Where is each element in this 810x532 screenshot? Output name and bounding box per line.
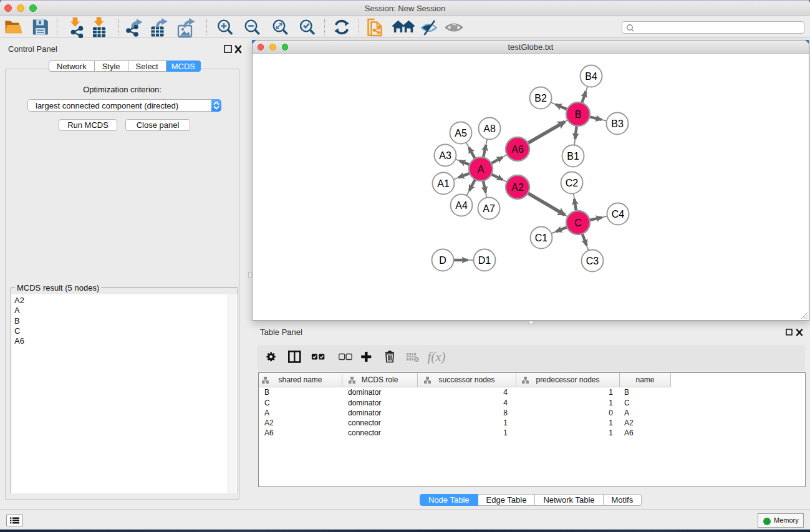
svg-text:A5: A5 [455, 128, 467, 138]
svg-text:D: D [439, 255, 446, 266]
svg-text:B3: B3 [611, 118, 624, 129]
svg-text:B1: B1 [567, 151, 579, 162]
svg-text:C2: C2 [566, 178, 579, 188]
svg-text:A4: A4 [455, 200, 468, 211]
svg-text:A8: A8 [483, 123, 496, 134]
svg-text:C3: C3 [586, 256, 599, 266]
svg-text:C: C [574, 218, 582, 228]
svg-text:A2: A2 [511, 182, 524, 193]
svg-text:B4: B4 [585, 71, 597, 82]
svg-text:f(x): f(x) [427, 349, 445, 364]
svg-text:A: A [478, 164, 485, 175]
svg-text:A6: A6 [511, 144, 524, 155]
svg-text:D1: D1 [478, 255, 491, 266]
svg-text:B: B [575, 109, 582, 120]
svg-text:A3: A3 [439, 150, 451, 161]
svg-text:C1: C1 [535, 233, 548, 243]
svg-text:A1: A1 [437, 178, 450, 189]
svg-text:C4: C4 [612, 209, 625, 220]
svg-text:B2: B2 [534, 93, 547, 104]
svg-text:A7: A7 [483, 203, 495, 214]
